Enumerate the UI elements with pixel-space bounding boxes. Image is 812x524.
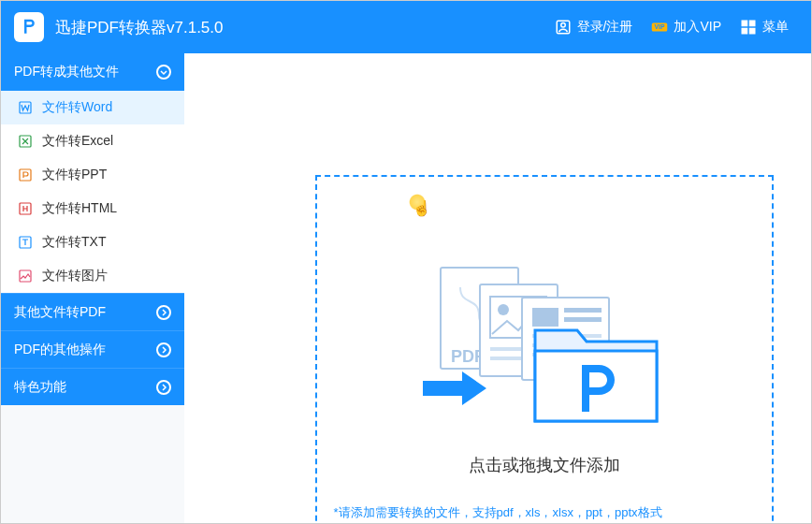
menu-button[interactable]: 菜单	[731, 13, 798, 41]
chevron-right-icon	[156, 305, 171, 320]
ppt-icon	[18, 167, 33, 182]
svg-rect-4	[742, 21, 748, 27]
chevron-right-icon	[156, 380, 171, 395]
app-title: 迅捷PDF转换器v7.1.5.0	[55, 17, 224, 38]
svg-point-16	[498, 304, 509, 315]
chevron-down-icon	[156, 65, 171, 80]
svg-rect-20	[564, 308, 602, 313]
item-label: 文件转Excel	[42, 133, 113, 150]
main-panel: ☝ PDF	[184, 53, 811, 523]
svg-rect-8	[20, 102, 31, 113]
sidebar-item-ppt[interactable]: 文件转PPT	[1, 158, 184, 192]
word-icon	[18, 100, 33, 115]
grid-icon	[740, 19, 757, 36]
svg-text:VIP: VIP	[655, 23, 665, 30]
group-label: 其他文件转PDF	[14, 304, 156, 321]
sidebar-group-special[interactable]: 特色功能	[1, 368, 184, 405]
login-button[interactable]: 登录/注册	[545, 13, 643, 41]
vip-icon: VIP	[651, 19, 668, 36]
titlebar: 迅捷PDF转换器v7.1.5.0 登录/注册 VIP 加入VIP 菜单	[1, 1, 811, 53]
arrow-right-icon	[423, 370, 488, 407]
file-dropzone[interactable]: PDF 点击	[315, 175, 774, 524]
svg-rect-5	[749, 21, 756, 27]
group-label: 特色功能	[14, 379, 156, 396]
menu-label: 菜单	[762, 19, 789, 36]
item-label: 文件转Word	[42, 99, 112, 116]
vip-button[interactable]: VIP 加入VIP	[642, 13, 731, 41]
login-label: 登录/注册	[577, 19, 633, 36]
app-body: PDF转成其他文件 文件转Word 文件转Excel 文件转PPT	[1, 53, 811, 523]
excel-icon	[18, 134, 33, 149]
item-label: 文件转图片	[42, 268, 108, 284]
app-logo-icon	[14, 12, 44, 42]
group-items: 文件转Word 文件转Excel 文件转PPT 文件转HTML 文件转TXT	[1, 91, 184, 293]
group-label: PDF的其他操作	[14, 342, 156, 358]
user-icon	[555, 19, 572, 36]
svg-rect-7	[749, 28, 756, 35]
sidebar-item-html[interactable]: 文件转HTML	[1, 192, 184, 226]
dropzone-text: 点击或拖拽文件添加	[469, 454, 620, 476]
cursor-icon: ☝	[409, 194, 431, 216]
sidebar-group-pdf-other-ops[interactable]: PDF的其他操作	[1, 330, 184, 368]
folder-icon	[526, 313, 666, 435]
vip-label: 加入VIP	[674, 19, 721, 36]
svg-rect-10	[20, 169, 31, 181]
svg-point-1	[560, 23, 565, 28]
dropzone-illustration: PDF	[423, 239, 666, 435]
item-label: 文件转PPT	[42, 167, 107, 183]
image-icon	[18, 269, 33, 284]
sidebar-group-pdf-to-other[interactable]: PDF转成其他文件	[1, 53, 184, 91]
sidebar: PDF转成其他文件 文件转Word 文件转Excel 文件转PPT	[1, 53, 184, 523]
html-icon	[18, 201, 33, 216]
sidebar-item-txt[interactable]: 文件转TXT	[1, 226, 184, 259]
sidebar-item-excel[interactable]: 文件转Excel	[1, 124, 184, 158]
svg-rect-6	[742, 28, 748, 35]
group-label: PDF转成其他文件	[14, 64, 156, 80]
sidebar-item-image[interactable]: 文件转图片	[1, 259, 184, 293]
item-label: 文件转HTML	[42, 200, 117, 217]
hint-text: *请添加需要转换的文件，支持pdf，xls，xlsx，ppt，pptx格式	[184, 504, 811, 521]
app-window: 迅捷PDF转换器v7.1.5.0 登录/注册 VIP 加入VIP 菜单 PDF转…	[0, 0, 812, 524]
sidebar-item-word[interactable]: 文件转Word	[1, 91, 184, 124]
txt-icon	[18, 235, 33, 250]
sidebar-group-other-to-pdf[interactable]: 其他文件转PDF	[1, 293, 184, 330]
item-label: 文件转TXT	[42, 234, 106, 251]
chevron-right-icon	[156, 342, 171, 357]
